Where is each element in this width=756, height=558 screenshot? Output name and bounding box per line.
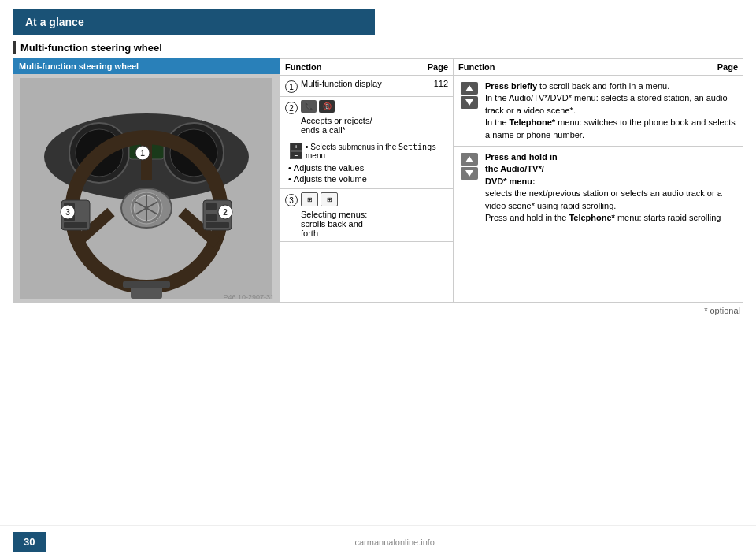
press-hold-text: Press and hold in bbox=[485, 152, 558, 162]
right-table-row: Press briefly to scroll back and forth i… bbox=[454, 76, 743, 147]
accepts-text: Accepts or rejects/ bbox=[301, 116, 448, 125]
table-row: 1 Multi-function display 112 bbox=[280, 76, 453, 97]
arrow-up-icon bbox=[465, 85, 473, 91]
adjusts-volume: • Adjusts the volume bbox=[288, 174, 448, 184]
press-briefly-text: Press briefly bbox=[485, 81, 537, 91]
right-table-row: Press and hold in the Audio/TV*/ DVD* me… bbox=[454, 147, 743, 229]
accept-call-icon: 📞 bbox=[301, 100, 317, 113]
press-hold-telephone-prefix: Press and hold in the bbox=[485, 213, 569, 222]
audio-tv-text: In the Audio/TV*/DVD* menu: selects a st… bbox=[485, 93, 728, 114]
svg-text:2: 2 bbox=[223, 208, 228, 217]
svg-rect-24 bbox=[206, 214, 217, 221]
page-header: At a glance bbox=[13, 9, 375, 35]
plus-minus-icons: + − bbox=[290, 143, 302, 159]
sub-items: + − • Selects submenus in the Settings m… bbox=[288, 143, 448, 185]
forth-text: forth bbox=[301, 229, 448, 238]
watermark: carmanualonline.info bbox=[46, 537, 743, 548]
telephone-desc-2: menu: starts rapid scrolling bbox=[617, 213, 721, 222]
right-col-page: Page bbox=[706, 62, 738, 72]
scroll-left-icon: ⊞ bbox=[301, 192, 318, 206]
plus-icon: + bbox=[290, 143, 302, 151]
right-table-header: Function Page bbox=[454, 59, 743, 76]
image-panel-header: Multi-function steering wheel bbox=[13, 58, 280, 74]
in-the-text-1: In the bbox=[485, 117, 510, 127]
ends-call-text: ends a call* bbox=[301, 125, 448, 135]
telephone-bold-2: Telephone* bbox=[569, 213, 614, 222]
row-number-3: 3 bbox=[285, 194, 298, 206]
selects-submenus-text: • Selects submenus in the Settings menu bbox=[306, 143, 448, 160]
row-desc-1: Multi-function display bbox=[301, 79, 382, 88]
scrolls-back-text: scrolls back and bbox=[301, 219, 448, 229]
row-number-1: 1 bbox=[285, 80, 298, 93]
svg-rect-23 bbox=[206, 203, 217, 210]
row-page-1: 112 bbox=[417, 79, 448, 88]
steering-wheel-image: --:-- bbox=[13, 74, 280, 303]
adjusts-values: • Adjusts the values bbox=[288, 163, 448, 173]
press-hold-dvd-text: DVD* menu: bbox=[485, 177, 536, 186]
table-row: 3 ⊞ ⊞ Selecting menus: scrolls back and … bbox=[280, 189, 453, 242]
scroll-down-hold-btn bbox=[461, 167, 478, 180]
phone-icons: 📞 📵 bbox=[301, 100, 448, 113]
footer: 30 carmanualonline.info bbox=[0, 525, 756, 558]
press-briefly-desc: to scroll back and forth in a menu. bbox=[539, 81, 669, 91]
right-row-content-2: Press and hold in the Audio/TV*/ DVD* me… bbox=[485, 151, 738, 224]
page-number: 30 bbox=[13, 532, 46, 552]
scroll-down-btn bbox=[461, 96, 478, 109]
row-number-2: 2 bbox=[285, 102, 298, 114]
middle-col-function: Function bbox=[285, 62, 417, 72]
middle-function-table: Function Page 1 Multi-function display 1… bbox=[280, 58, 454, 303]
middle-table-header: Function Page bbox=[280, 59, 453, 76]
steering-wheel-svg: --:-- bbox=[20, 78, 272, 299]
svg-text:1: 1 bbox=[140, 149, 145, 158]
row-content-1: Multi-function display bbox=[301, 79, 413, 88]
scroll-icons: ⊞ ⊞ bbox=[301, 192, 448, 206]
press-hold-audio-text: the Audio/TV*/ bbox=[485, 164, 544, 173]
svg-rect-33 bbox=[123, 281, 170, 288]
right-function-table: Function Page Press briefly to scroll ba… bbox=[454, 58, 743, 303]
svg-rect-21 bbox=[64, 222, 87, 228]
svg-text:3: 3 bbox=[65, 208, 70, 217]
section-title-bar bbox=[13, 41, 16, 54]
optional-note: * optional bbox=[0, 306, 756, 315]
scroll-right-icon: ⊞ bbox=[321, 192, 338, 206]
reject-call-icon: 📵 bbox=[319, 100, 335, 113]
row-content-3: ⊞ ⊞ Selecting menus: scrolls back and fo… bbox=[301, 192, 448, 238]
header-title: At a glance bbox=[25, 16, 84, 28]
image-caption: P46.10-2907-31 bbox=[223, 293, 277, 301]
telephone-bold-1: Telephone* bbox=[510, 117, 555, 127]
svg-rect-25 bbox=[206, 222, 229, 228]
adjusts-values-text: Adjusts the values bbox=[294, 163, 364, 173]
arrow-down-hold-icon bbox=[465, 170, 473, 177]
settings-text: Settings bbox=[398, 143, 436, 151]
press-hold-desc: selects the next/previous station or sel… bbox=[485, 188, 722, 210]
right-row-icons-1 bbox=[458, 80, 480, 141]
adjusts-volume-text: Adjusts the volume bbox=[294, 174, 367, 184]
right-col-function: Function bbox=[458, 62, 706, 72]
table-row: 2 📞 📵 Accepts or rejects/ ends a call* +… bbox=[280, 97, 453, 189]
right-row-icons-2 bbox=[458, 151, 480, 224]
minus-icon: − bbox=[290, 151, 302, 159]
main-content: Multi-function steering wheel --:-- bbox=[13, 58, 743, 303]
section-title-text: Multi-function steering wheel bbox=[20, 42, 162, 54]
arrow-up-hold-icon bbox=[465, 156, 473, 162]
right-row-content-1: Press briefly to scroll back and forth i… bbox=[485, 80, 738, 141]
middle-col-page: Page bbox=[417, 62, 448, 72]
selecting-menus-text: Selecting menus: bbox=[301, 210, 448, 219]
scroll-up-hold-btn bbox=[461, 153, 478, 166]
image-panel: Multi-function steering wheel --:-- bbox=[13, 58, 280, 303]
section-title-container: Multi-function steering wheel bbox=[13, 41, 743, 54]
scroll-up-btn bbox=[461, 82, 478, 95]
arrow-down-icon bbox=[465, 99, 473, 106]
